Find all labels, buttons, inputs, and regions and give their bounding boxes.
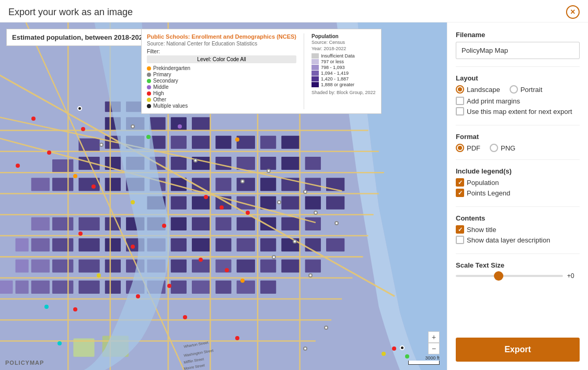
show-title-checkbox[interactable]: Show title [456,225,580,234]
legend-population: Population Source: Census Year: 2018-202… [312,33,376,109]
policymap-logo: POLICYMAP [5,360,44,366]
svg-rect-21 [281,136,299,149]
layout-radio-group: Landscape Portrait [456,85,580,94]
svg-rect-92 [171,259,187,272]
scale-label: 3000 ft [425,355,440,361]
legend-filter-label: Filter: [147,49,296,54]
insuff-label: Insufficient Data [321,53,354,59]
landscape-radio[interactable]: Landscape [456,85,500,94]
scale-slider[interactable] [456,275,563,277]
scale-thumb[interactable] [494,271,503,281]
legend-797: 797 or less [312,59,376,64]
other-label: Other [153,97,166,102]
png-radio[interactable]: PNG [490,144,515,152]
other-dot [147,98,151,102]
pdf-label: PDF [467,144,480,152]
population-legend-checkbox[interactable]: Population [456,178,580,187]
scale-bar [408,361,440,365]
svg-rect-49 [171,196,187,210]
legend-item-primary: Primary [147,72,296,77]
svg-rect-22 [52,159,73,172]
svg-rect-109 [215,281,231,294]
population-legend-label: Population [467,179,499,187]
show-data-layer-box [456,236,464,244]
high-label: High [153,90,164,96]
show-data-layer-label: Show data layer description [467,236,550,244]
svg-rect-83 [305,238,321,251]
1888-label: 1,888 or greater [321,82,354,87]
svg-rect-89 [105,259,121,272]
svg-rect-98 [305,259,321,272]
svg-rect-73 [78,238,99,251]
1888-swatch [312,82,319,87]
close-button[interactable]: × [566,5,580,19]
contents-section: Contents Show title Show data layer desc… [456,214,580,246]
svg-rect-97 [281,259,299,272]
svg-rect-31 [260,157,276,170]
export-button[interactable]: Export [456,338,580,362]
scale-text-label: Scale Text Size [456,261,580,269]
svg-rect-27 [171,157,187,170]
legend-item-multiple: Multiple values [147,103,296,109]
primary-dot [147,73,151,77]
modal-body: Wharton Street Washington Street Mifflin… [0,22,588,370]
svg-rect-68 [281,217,299,230]
include-legends-label: Include legend(s) [456,167,580,175]
map-extent-checkbox[interactable]: Use this map extent for next export [456,107,580,115]
layout-label: Layout [456,74,580,82]
legend-item-secondary: Secondary [147,78,296,84]
1094-label: 1,094 - 1,419 [321,71,349,76]
portrait-radio-circle [510,85,518,94]
divider-5 [456,253,580,254]
legend-item-prekg: Prekindergarten [147,65,296,71]
legend-box: Public Schools: Enrollment and Demograph… [141,29,382,114]
landscape-label: Landscape [467,86,500,94]
svg-rect-71 [31,238,50,251]
svg-rect-23 [78,157,99,170]
svg-rect-96 [260,259,276,272]
zoom-out-button[interactable]: − [428,343,440,354]
map-extent-box [456,107,464,115]
prekg-dot [147,66,151,71]
landscape-radio-circle [456,85,464,94]
filename-section: Filename [456,31,580,59]
filename-input[interactable] [456,42,580,59]
svg-rect-77 [171,238,187,251]
multiple-dot [147,104,151,108]
print-margins-checkbox[interactable]: Add print margins [456,97,580,105]
middle-label: Middle [153,84,168,90]
points-legend-checkbox[interactable]: Points Legend [456,189,580,197]
portrait-radio[interactable]: Portrait [510,85,543,94]
svg-rect-44 [260,178,276,191]
legend-1420: 1,420 - 1,887 [312,76,376,82]
svg-rect-84 [326,238,344,251]
zoom-in-button[interactable]: + [428,331,440,343]
798-swatch [312,65,319,70]
middle-dot [147,85,151,89]
divider-3 [456,159,580,160]
svg-rect-55 [305,196,321,210]
svg-rect-74 [105,238,121,251]
svg-rect-63 [171,217,187,230]
logo-text: POLICYMAP [5,360,44,366]
legend-filter-button[interactable]: Level: Color Code All [147,55,296,63]
high-dot [147,91,151,96]
map-controls: + − [428,331,440,354]
svg-rect-29 [215,157,231,170]
svg-rect-59 [78,217,99,230]
pdf-radio[interactable]: PDF [456,144,480,152]
contents-label: Contents [456,214,580,222]
show-data-layer-checkbox[interactable]: Show data layer description [456,236,580,244]
legend-insuff: Insufficient Data [312,53,376,59]
797-label: 797 or less [321,59,344,64]
svg-rect-58 [52,217,73,230]
svg-rect-37 [105,178,121,191]
legend-item-high: High [147,90,296,96]
svg-rect-69 [305,217,321,230]
scale-slider-row: +0 [456,272,580,280]
insuff-swatch [312,53,319,59]
svg-rect-33 [305,157,321,170]
png-label: PNG [501,144,515,152]
svg-rect-102 [52,281,73,294]
svg-rect-50 [192,196,210,210]
